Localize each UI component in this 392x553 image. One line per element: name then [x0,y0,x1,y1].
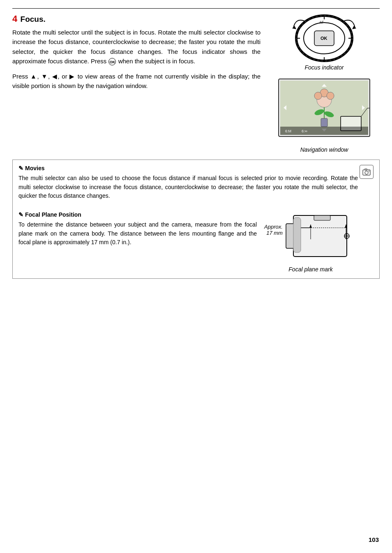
note-box-inner: ✎ Movies The multi selector can also be … [18,165,374,273]
camera-mode-icon [360,165,374,179]
page: 4 Focus. Rotate the multi selector until… [0,0,392,553]
navigation-window-wrap: 6:M 6:∞ Navigation window [277,77,371,153]
svg-text:AF: AF [319,20,324,24]
focal-text: ✎ Focal Plane Position To determine the … [18,211,257,247]
focal-plane-heading: ✎ Focal Plane Position [18,211,257,218]
focus-indicator-wrap: OK AF Focus indicat [283,14,365,71]
movies-body: The multi selector can also be used to c… [18,174,358,201]
focal-plane-heading-text: Focal Plane Position [25,211,81,218]
navigation-window-caption: Navigation window [300,146,348,153]
movies-heading: ✎ Movies [18,165,358,171]
note-box: ✎ Movies The multi selector can also be … [12,160,380,279]
svg-point-48 [369,171,369,171]
svg-point-16 [314,92,322,99]
body2-text: Press ▲, ▼, ◀, or ▶ to view areas of the… [12,73,261,89]
focal-label: Approx. 17 mm [264,211,283,236]
svg-text:6:∞: 6:∞ [302,129,307,133]
svg-rect-43 [314,215,330,220]
svg-rect-44 [293,217,301,252]
focus-indicator-svg: OK AF [283,14,365,63]
ok-button-icon: OK [108,58,116,65]
focal-plane-svg [285,211,357,265]
svg-text:OK: OK [321,36,327,41]
step-body-2: Press ▲, ▼, ◀, or ▶ to view areas of the… [12,72,261,91]
page-number: 103 [369,536,379,543]
focal-image-wrap: Approx. 17 mm [263,211,358,273]
svg-point-46 [365,171,368,174]
focal-plane-body: To determine the distance between your s… [18,220,257,247]
movies-pencil-icon: ✎ [18,165,23,171]
svg-marker-11 [352,26,356,29]
note-content: ✎ Movies The multi selector can also be … [18,165,358,273]
right-column: OK AF Focus indicat [269,14,380,153]
left-column: 4 Focus. Rotate the multi selector until… [12,14,261,153]
main-section: 4 Focus. Rotate the multi selector until… [12,14,380,153]
navigation-window-svg: 6:M 6:∞ [277,77,371,145]
body1-after-text: when the subject is in focus. [118,58,196,65]
focal-section: ✎ Focal Plane Position To determine the … [18,211,358,273]
focal-plane-caption: Focal plane mark [288,266,332,273]
step-number: 4 [12,14,17,24]
svg-rect-27 [280,127,368,135]
svg-rect-21 [321,118,327,127]
focal-pencil-icon: ✎ [18,211,23,218]
svg-marker-10 [292,26,296,29]
svg-point-17 [327,92,334,99]
focal-diagram-container: Approx. 17 mm [264,211,357,265]
step-body-1: Rotate the multi selector until the subj… [12,28,261,66]
step-heading: 4 Focus. [12,14,261,24]
movies-heading-text: Movies [25,165,44,171]
focus-indicator-caption: Focus indicator [305,64,344,71]
mm-label: 17 mm [266,230,283,236]
note-separator [18,201,358,206]
camera-svg-icon [362,167,371,176]
note-side [358,165,374,273]
svg-text:6:M: 6:M [285,129,291,133]
top-border [12,8,380,9]
approx-label: Approx. [264,224,283,230]
step-title: Focus. [21,15,46,23]
svg-rect-32 [293,215,347,257]
